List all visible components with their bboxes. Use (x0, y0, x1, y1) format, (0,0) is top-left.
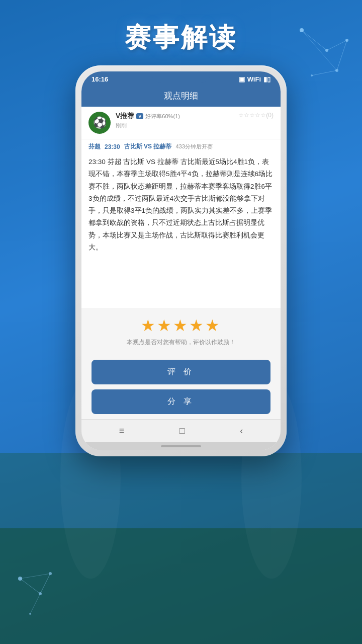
rating-section: ★★★★★ 本观点是否对您有帮助，评价以作鼓励！ (81, 308, 281, 355)
svg-line-18 (20, 574, 50, 579)
phone-mockup: 16:16 ▣ WiFi ▮▯ 观点明细 ⚽ (75, 65, 287, 456)
rating-hint: 本观点是否对您有帮助，评价以作鼓励！ (89, 338, 273, 347)
svg-point-15 (29, 613, 31, 615)
svg-rect-0 (0, 453, 362, 644)
svg-line-16 (20, 579, 40, 594)
wifi-icon: WiFi (247, 75, 261, 83)
svg-line-17 (40, 574, 50, 594)
user-name: V推荐 (116, 112, 134, 121)
button-section: 评 价 分 享 (81, 355, 281, 419)
svg-line-19 (30, 594, 40, 614)
svg-line-11 (302, 30, 337, 70)
good-rate: 好评率60%(1) (145, 113, 179, 120)
match-teams: 古比斯 VS 拉赫蒂 (124, 142, 172, 151)
match-info: 芬超 23:30 古比斯 VS 拉赫蒂 433分钟后开赛 (81, 139, 281, 154)
svg-point-12 (18, 577, 22, 581)
svg-point-5 (335, 69, 338, 72)
page-title: 赛事解读 (125, 20, 237, 55)
user-stars: ☆☆☆☆☆(0) (238, 112, 274, 119)
avatar: ⚽ (88, 112, 111, 134)
svg-line-7 (302, 30, 327, 50)
status-signal: ▣ (239, 75, 245, 83)
match-time: 23:30 (105, 143, 120, 150)
header-title: 观点明细 (164, 91, 198, 101)
phone-notch (151, 71, 211, 83)
home-icon[interactable]: □ (179, 426, 185, 436)
header-bar: 观点明细 (81, 85, 281, 107)
svg-line-9 (337, 40, 347, 70)
share-button[interactable]: 分 享 (92, 389, 270, 414)
avatar-icon: ⚽ (93, 116, 107, 129)
status-time: 16:16 (92, 75, 108, 83)
home-indicator (81, 442, 281, 450)
match-countdown: 433分钟后开赛 (175, 143, 212, 150)
svg-point-3 (325, 49, 328, 52)
rating-stars[interactable]: ★★★★★ (89, 316, 273, 335)
home-bar (161, 445, 201, 447)
svg-point-4 (345, 39, 348, 42)
post-time: 刚刚 (116, 122, 238, 129)
evaluate-button[interactable]: 评 价 (92, 360, 270, 384)
battery-icon: ▮▯ (263, 75, 270, 83)
svg-point-13 (39, 592, 42, 595)
svg-point-2 (300, 28, 304, 32)
svg-line-10 (312, 70, 337, 75)
article-content: 23:30 芬超 古比斯 VS 拉赫蒂 古比斯最近5场比4胜1负，表现不错，本赛… (81, 154, 281, 260)
user-section: ⚽ V推荐 V 好评率60%(1) 刚刚 ☆☆☆☆☆(0) (81, 107, 281, 139)
bottom-nav: ≡ □ ‹ (81, 419, 281, 442)
v-badge: V (136, 113, 143, 119)
svg-rect-1 (0, 528, 362, 644)
user-info: V推荐 V 好评率60%(1) 刚刚 (116, 112, 238, 129)
back-icon[interactable]: ‹ (240, 426, 243, 436)
svg-line-8 (327, 40, 347, 50)
svg-point-14 (49, 572, 52, 575)
menu-icon[interactable]: ≡ (119, 426, 125, 436)
match-league: 芬超 (88, 142, 101, 151)
content-area: ⚽ V推荐 V 好评率60%(1) 刚刚 ☆☆☆☆☆(0) 芬超 (81, 107, 281, 308)
svg-point-6 (311, 74, 313, 76)
